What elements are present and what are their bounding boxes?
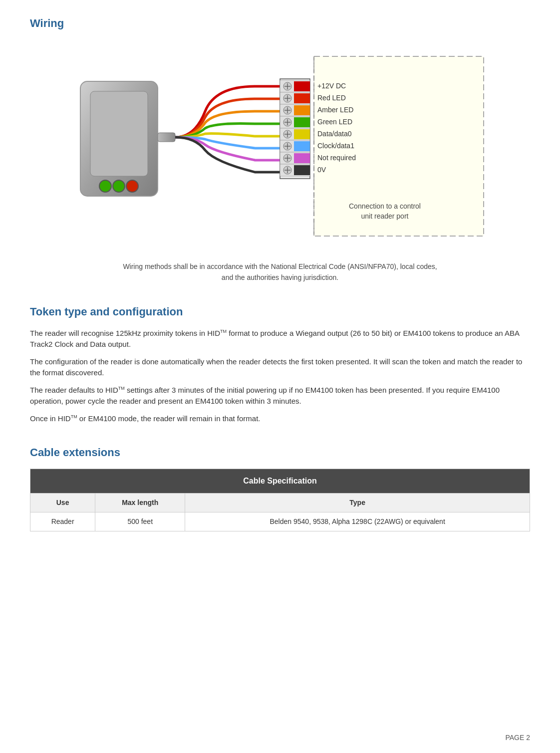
cable-title: Cable extensions xyxy=(30,444,530,461)
svg-text:unit reader port: unit reader port xyxy=(361,212,409,220)
svg-rect-36 xyxy=(294,141,310,151)
svg-rect-1 xyxy=(90,91,148,176)
svg-rect-5 xyxy=(158,133,175,142)
svg-rect-31 xyxy=(294,129,310,139)
svg-text:Amber LED: Amber LED xyxy=(317,106,353,114)
svg-text:Clock/data1: Clock/data1 xyxy=(317,142,354,150)
svg-rect-41 xyxy=(294,153,310,163)
col-type: Type xyxy=(185,494,530,512)
wiring-diagram: +12V DC Red LED Amber LED Green LED Data… xyxy=(55,41,505,251)
svg-text:Red LED: Red LED xyxy=(317,94,346,102)
col-use: Use xyxy=(30,494,95,512)
svg-point-3 xyxy=(113,180,125,192)
svg-rect-11 xyxy=(294,81,310,91)
svg-text:Data/data0: Data/data0 xyxy=(317,130,352,138)
svg-point-2 xyxy=(99,180,111,192)
token-para-4: Once in HIDTM or EM4100 mode, the reader… xyxy=(30,413,530,425)
svg-text:Green LED: Green LED xyxy=(317,118,352,126)
svg-rect-21 xyxy=(294,105,310,115)
col-max-length: Max length xyxy=(95,494,185,512)
page-number: PAGE 2 xyxy=(505,733,530,743)
cable-section: Cable extensions Cable Specification Use… xyxy=(30,444,530,531)
token-para-1: The reader will recognise 125kHz proximi… xyxy=(30,328,530,350)
row-max-length: 500 feet xyxy=(95,512,185,531)
wiring-title: Wiring xyxy=(30,15,530,31)
svg-text:Not required: Not required xyxy=(317,154,356,162)
token-title: Token type and configuration xyxy=(30,303,530,320)
token-para-3: The reader defaults to HIDTM settings af… xyxy=(30,385,530,407)
wiring-section: Wiring xyxy=(30,15,530,283)
svg-text:Connection to a control: Connection to a control xyxy=(349,202,421,210)
cable-table-header: Cable Specification xyxy=(30,469,530,494)
wiring-svg: +12V DC Red LED Amber LED Green LED Data… xyxy=(65,41,495,251)
token-section: Token type and configuration The reader … xyxy=(30,303,530,425)
svg-rect-46 xyxy=(294,165,310,175)
svg-text:+12V DC: +12V DC xyxy=(317,82,346,90)
row-use: Reader xyxy=(30,512,95,531)
svg-point-4 xyxy=(126,180,138,192)
row-type: Belden 9540, 9538, Alpha 1298C (22AWG) o… xyxy=(185,512,530,531)
token-para-2: The configuration of the reader is done … xyxy=(30,356,530,379)
wiring-note: Wiring methods shall be in accordance wi… xyxy=(30,261,530,283)
svg-text:0V: 0V xyxy=(317,166,326,174)
svg-rect-26 xyxy=(294,117,310,127)
cable-table: Cable Specification Use Max length Type … xyxy=(30,469,530,531)
svg-rect-16 xyxy=(294,93,310,103)
